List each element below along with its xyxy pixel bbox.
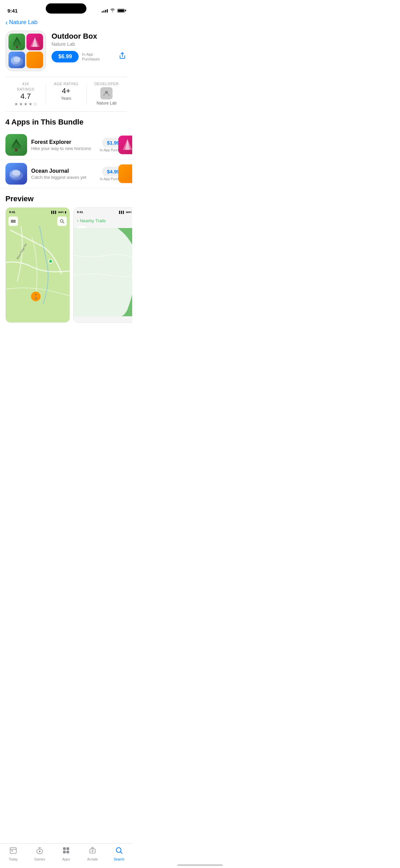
mountain-icon (26, 34, 43, 50)
star-4: ★ (28, 101, 33, 107)
map-menu-button[interactable] (8, 216, 18, 226)
map-status-bar: 9:41 ▌▌▌ WiFi ▮ (6, 208, 69, 215)
status-bar: 9:41 (0, 0, 132, 16)
back-chevron-icon: ‹ (5, 19, 8, 26)
age-value: 4+ (62, 87, 70, 95)
peek-orange-icon (118, 165, 132, 183)
developer-avatar-icon (100, 87, 113, 99)
battery-icon (117, 9, 125, 13)
svg-rect-12 (15, 149, 18, 151)
trails-nav-label: Nearby Trails (80, 218, 106, 223)
developer-label: DEVELOPER (94, 82, 119, 86)
map-toolbar (6, 215, 69, 227)
svg-point-8 (14, 57, 20, 62)
svg-point-21 (60, 220, 63, 222)
map-search-button[interactable] (57, 216, 67, 226)
forest-app-icon (5, 134, 27, 156)
svg-text:🚶: 🚶 (33, 294, 39, 300)
app-header: Outdoor Box Nature Lab $6.99 In-App Purc… (0, 27, 132, 77)
status-time: 9:41 (7, 8, 18, 14)
back-button[interactable]: ‹ Nature Lab (5, 19, 38, 26)
bundle-app-2-name: Ocean Journal (31, 168, 96, 174)
bundle-section-title: 4 Apps in This Bundle (0, 112, 132, 131)
trails-nav: ‹ Nearby Trails (74, 215, 132, 226)
trails-wifi-icon: WiFi (126, 211, 132, 214)
bundle-forest-icon (5, 134, 27, 156)
star-1: ★ (14, 101, 18, 107)
orange-icon (26, 52, 43, 68)
app-info: Outdoor Box Nature Lab $6.99 In-App Purc… (52, 31, 127, 62)
map-time: 9:41 (9, 210, 15, 214)
bundle-app-1-text: Forest Explorer Hike your way to new hor… (31, 139, 96, 151)
map-battery-icon: ▮ (65, 211, 66, 214)
ratings-stat: 41K RATINGS 4.7 ★ ★ ★ ★ ☆ (5, 82, 46, 107)
map-icons: ▌▌▌ WiFi ▮ (51, 211, 66, 214)
age-label: AGE RATING (54, 82, 78, 86)
star-2: ★ (19, 101, 23, 107)
ocean-wave-icon (9, 53, 24, 68)
wifi-icon (110, 8, 115, 13)
trails-icons: ▌▌▌ WiFi ▮ (119, 211, 132, 214)
developer-name: Nature Lab (97, 101, 117, 106)
signal-icon (102, 8, 108, 13)
forest-icon (8, 34, 25, 50)
preview-title: Preview (0, 194, 132, 207)
trails-time: 9:41 (77, 210, 83, 214)
in-app-label: In-App Purchases (82, 52, 100, 62)
peek-mountain-icon (118, 136, 132, 154)
star-rating: ★ ★ ★ ★ ☆ (14, 101, 37, 107)
trails-screenshot: 9:41 ▌▌▌ WiFi ▮ ‹ Nearby Trails (74, 208, 132, 322)
bundle-app-2: Ocean Journal Catch the biggest waves ye… (0, 159, 132, 188)
ocean-app-icon (5, 163, 27, 185)
back-label: Nature Lab (9, 19, 38, 26)
svg-point-17 (12, 170, 20, 176)
price-button[interactable]: $6.99 (52, 51, 79, 62)
trails-menu-button[interactable] (77, 226, 86, 235)
map-search-icon (60, 219, 64, 224)
stats-row: 41K RATINGS 4.7 ★ ★ ★ ★ ☆ AGE RATING 4+ … (5, 77, 127, 112)
age-stat: AGE RATING 4+ Years (46, 82, 86, 107)
map-screenshot: 9:41 ▌▌▌ WiFi ▮ (6, 208, 69, 322)
age-unit: Years (61, 96, 71, 101)
app-bundle-icon (5, 31, 46, 71)
app-developer: Nature Lab (52, 41, 127, 47)
preview-screenshots: 9:41 ▌▌▌ WiFi ▮ (0, 207, 132, 323)
forest-tree-icon (9, 35, 24, 50)
trails-signal-icon: ▌▌▌ (119, 211, 125, 214)
ratings-label: 41K (22, 82, 29, 86)
trails-status-bar: 9:41 ▌▌▌ WiFi ▮ (74, 208, 132, 215)
map-signal-icon: ▌▌▌ (51, 211, 57, 214)
trails-menu-icon (79, 229, 84, 232)
notch (46, 3, 86, 14)
svg-rect-30 (74, 228, 132, 316)
ratings-value: 4.7 (20, 93, 31, 100)
developer-stat: DEVELOPER Nature Lab (86, 82, 127, 107)
svg-point-24 (49, 260, 53, 263)
navigation-bar: ‹ Nature Lab (0, 16, 132, 27)
bundle-app-2-text: Ocean Journal Catch the biggest waves ye… (31, 168, 96, 180)
screenshot-2[interactable]: 9:41 ▌▌▌ WiFi ▮ ‹ Nearby Trails (73, 207, 132, 323)
star-5: ☆ (33, 101, 37, 107)
star-3: ★ (24, 101, 28, 107)
share-button[interactable] (118, 51, 127, 62)
mountain-triangle-icon (27, 35, 42, 50)
bundle-ocean-icon (5, 163, 27, 185)
bundle-app-1-name: Forest Explorer (31, 139, 96, 145)
bundle-app-2-desc: Catch the biggest waves yet (31, 175, 96, 180)
app-price-row: $6.99 In-App Purchases (52, 51, 127, 62)
bundle-app-1-desc: Hike your way to new horizons (31, 146, 96, 151)
svg-text:Rhus Ridge Rd: Rhus Ridge Rd (16, 243, 27, 260)
ocean-icon (8, 52, 25, 68)
map-wifi-icon: WiFi (58, 211, 64, 214)
app-title: Outdoor Box (52, 32, 127, 41)
peek-mountain-svg (118, 136, 132, 154)
status-icons (102, 8, 125, 13)
screenshot-1[interactable]: 9:41 ▌▌▌ WiFi ▮ (5, 207, 70, 323)
trails-map-overlay (74, 228, 132, 316)
preview-section: Preview 9:41 ▌▌▌ WiFi ▮ (0, 188, 132, 323)
ocean-wave-svg (8, 165, 25, 182)
svg-rect-2 (16, 46, 18, 48)
bundle-app-1: Forest Explorer Hike your way to new hor… (0, 131, 132, 159)
svg-point-25 (31, 292, 40, 301)
forest-tree-svg (8, 136, 25, 153)
